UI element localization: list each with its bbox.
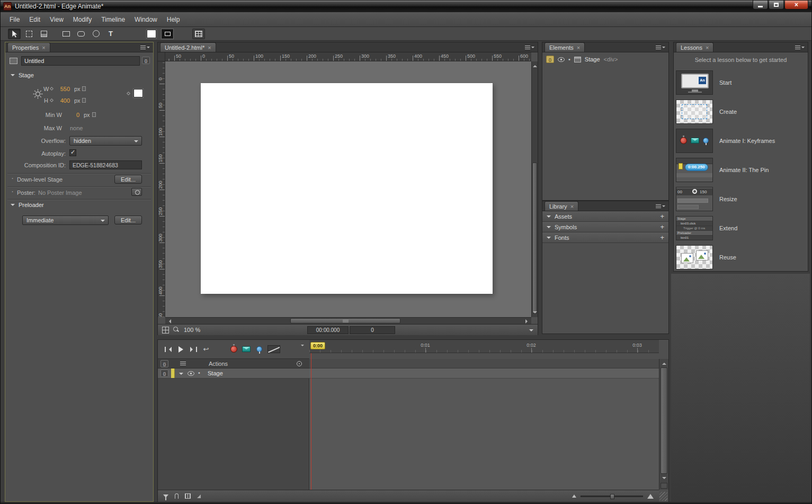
actions-badge-icon[interactable] [546,56,554,63]
timeline-ruler[interactable]: 0:00 0:010:020:03 [309,340,659,353]
panel-menu-icon[interactable] [140,45,150,50]
menu-file[interactable]: File [5,13,24,26]
lock-dot-icon[interactable] [568,56,570,62]
height-link-icon[interactable] [82,98,86,103]
return-playback-icon[interactable] [200,344,212,355]
actions-badge-icon[interactable] [142,57,150,64]
minimize-button[interactable] [753,1,768,10]
capture-poster-camera-button[interactable] [131,188,142,196]
eye-icon[interactable] [188,371,194,376]
autoplay-checkbox[interactable] [69,149,76,156]
lesson-item-resize[interactable]: 00150Resize [674,184,808,213]
scroll-up-icon[interactable] [662,361,666,365]
tab-elements[interactable]: Elements [545,42,585,52]
playhead-line[interactable] [311,353,311,490]
overflow-dropdown[interactable]: hidden [69,136,142,146]
add-icon[interactable] [660,233,664,241]
height-value[interactable]: 400 [56,97,70,104]
rounded-rectangle-tool[interactable] [75,29,87,39]
auto-keyframe-toggle[interactable] [266,344,282,355]
lesson-item-extend[interactable]: Stagebtn03.clickTrigger @ 0 msPreloaderb… [674,213,808,242]
stage-canvas[interactable] [201,83,493,294]
lesson-item-animate-i-keyframes[interactable]: Animate I: Keyframes [674,126,808,155]
tab-properties[interactable]: Properties [7,42,50,52]
stage-viewport[interactable] [165,61,532,317]
close-tab-icon[interactable] [706,44,709,51]
menu-edit[interactable]: Edit [24,13,45,26]
lesson-item-create[interactable]: Create [674,97,808,126]
zoom-slider-thumb[interactable] [610,494,614,499]
library-section-symbols[interactable]: Symbols [542,222,668,232]
selection-tool[interactable] [8,29,21,39]
panel-menu-icon[interactable] [795,45,805,50]
height-keyframe-diamond-icon[interactable] [50,98,53,102]
stage-options-icon[interactable] [529,329,533,334]
scroll-up-icon[interactable] [533,63,537,67]
scroll-down-icon[interactable] [533,311,537,316]
menu-help[interactable]: Help [162,13,185,26]
scroll-down-icon[interactable] [662,477,666,481]
zoom-out-mountain-icon[interactable] [572,494,576,498]
app-icon[interactable]: An [3,2,12,11]
close-tab-icon[interactable] [577,44,580,51]
timeline-options-icon[interactable] [301,346,304,353]
min-w-link-icon[interactable] [92,112,96,117]
lesson-item-start[interactable]: AnStart [674,68,808,97]
min-w-value[interactable]: 0 [72,112,79,118]
height-unit[interactable]: px [74,97,81,104]
go-to-end-button[interactable] [188,344,199,355]
tab-lessons[interactable]: Lessons [676,42,713,52]
ellipse-tool[interactable] [90,29,102,39]
min-w-unit[interactable]: px [84,112,90,118]
max-w-value[interactable]: none [70,125,83,131]
lesson-item-reuse[interactable]: Reuse [674,242,808,272]
text-tool[interactable]: T [104,29,117,39]
grid-overlay-icon[interactable] [162,327,169,334]
library-section-assets[interactable]: Assets [542,211,668,222]
width-unit[interactable]: px [74,86,81,92]
element-name-input[interactable] [21,56,140,66]
downlevel-edit-button[interactable]: Edit... [114,175,142,184]
menu-modify[interactable]: Modify [68,13,96,26]
timeline-row-stage[interactable]: Stage [158,368,309,379]
width-keyframe-diamond-icon[interactable] [50,87,53,91]
pin-small-icon[interactable] [175,493,179,499]
sort-layers-icon[interactable] [180,362,186,366]
maximize-button[interactable] [769,1,784,10]
clipping-tool[interactable] [38,29,50,39]
add-icon[interactable] [660,223,664,231]
horizontal-scroll-thumb[interactable] [290,318,400,323]
rectangle-tool[interactable] [60,29,73,39]
color-keyframe-diamond-icon[interactable] [127,92,130,95]
timeline-zoom-slider[interactable] [581,496,643,497]
lesson-item-animate-ii-the-pin[interactable]: 0:00.250Animate II: The Pin [674,155,808,184]
element-row-stage[interactable]: Stage <div> [542,54,668,65]
stage-section-header[interactable]: Stage [11,72,34,78]
stage-color-chip[interactable] [147,30,156,38]
library-section-fonts[interactable]: Fonts [542,232,668,243]
pin-toggle[interactable] [253,344,265,355]
stage-lane[interactable] [309,368,659,379]
timeline-scroll-thumb[interactable] [661,367,667,474]
close-tab-icon[interactable] [208,44,211,51]
lock-dot-icon[interactable] [198,370,200,376]
actions-toggle[interactable] [240,344,252,355]
clip-overlay-chip[interactable] [162,29,173,39]
timeline-vertical-scrollbar[interactable] [659,359,668,490]
timeline-lane-body[interactable] [309,379,659,490]
collapse-triangle-icon[interactable] [179,373,183,377]
scroll-right-icon[interactable] [525,319,530,323]
scroll-left-icon[interactable] [167,319,171,323]
horizontal-scrollbar[interactable] [165,317,531,324]
panel-menu-icon[interactable] [656,204,665,209]
keyframe-column-icon[interactable] [297,361,302,366]
composition-id-field[interactable]: EDGE-518824683 [69,160,142,169]
layout-presets-tool[interactable] [192,29,205,39]
playhead-time-flag[interactable]: 0:00 [310,342,325,349]
play-button[interactable] [175,344,186,355]
zoom-level[interactable]: 100 % [184,327,200,333]
panel-menu-icon[interactable] [525,45,534,50]
menu-window[interactable]: Window [130,13,162,26]
stage-background-color-swatch[interactable] [133,89,143,97]
preloader-dropdown[interactable]: Immediate [22,215,109,225]
